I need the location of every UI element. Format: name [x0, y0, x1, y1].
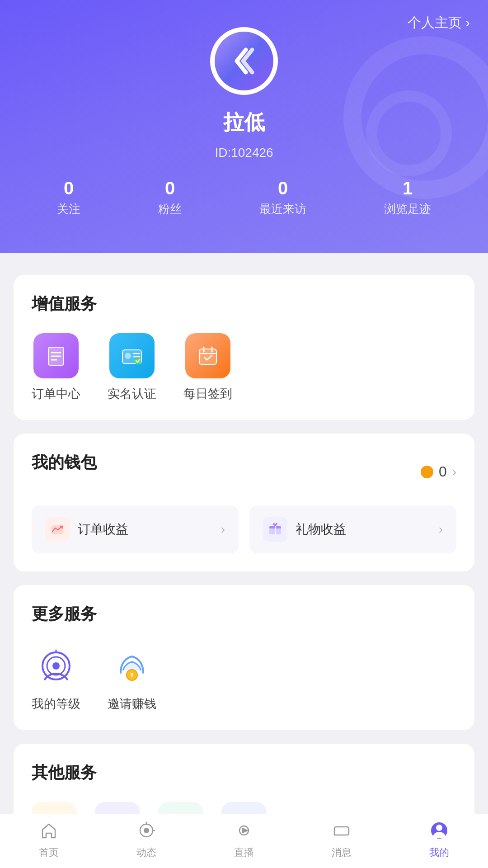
daily-checkin-icon [185, 333, 230, 378]
svg-point-19 [52, 662, 60, 670]
service-order-center[interactable]: 订单中心 [32, 333, 80, 402]
home-nav-icon [37, 819, 61, 842]
nav-dynamic[interactable]: 动态 [135, 819, 158, 859]
messages-nav-icon [330, 819, 353, 842]
avatar[interactable] [210, 27, 278, 95]
wallet-title: 我的钱包 [32, 452, 97, 474]
live-nav-icon [232, 819, 256, 842]
profile-header: 个人主页 › 拉低 ID:102426 0 关注 0 粉丝 0 最近来访 1 浏… [0, 0, 488, 253]
more-services-card: 更多服务 我的等级 ¥ [14, 585, 474, 730]
nav-home[interactable]: 首页 [37, 819, 61, 859]
other-services-title: 其他服务 [32, 762, 456, 784]
svg-rect-9 [199, 349, 216, 364]
gift-income-button[interactable]: 礼物收益 › [249, 505, 456, 553]
user-id: ID:102426 [0, 146, 488, 160]
order-income-arrow-icon: › [221, 522, 225, 537]
stat-fans[interactable]: 0 粉丝 [158, 178, 182, 217]
value-added-card: 增值服务 订单中心 [14, 275, 474, 420]
svg-point-37 [436, 825, 442, 831]
stat-follow[interactable]: 0 关注 [57, 178, 80, 217]
wallet-card: 我的钱包 0 › 订单收益 › [14, 434, 474, 571]
stat-footprint[interactable]: 1 浏览足迹 [384, 178, 431, 217]
service-my-level[interactable]: 我的等级 [32, 643, 80, 712]
svg-marker-35 [243, 828, 248, 833]
gift-income-icon [263, 517, 287, 542]
service-daily-checkin[interactable]: 每日签到 [183, 333, 232, 402]
username: 拉低 [0, 108, 488, 137]
service-invite-earn[interactable]: ¥ 邀请赚钱 [108, 643, 156, 712]
more-services-title: 更多服务 [32, 603, 456, 625]
svg-point-5 [125, 353, 131, 359]
coin-icon [421, 466, 433, 478]
nav-mine[interactable]: 我的 [427, 819, 451, 859]
service-real-name[interactable]: 实名认证 [108, 333, 156, 402]
nav-live[interactable]: 直播 [232, 819, 256, 859]
svg-point-33 [144, 828, 149, 833]
dynamic-nav-icon [135, 819, 158, 842]
svg-text:¥: ¥ [130, 671, 134, 679]
nav-messages[interactable]: 消息 [330, 819, 353, 859]
value-added-title: 增值服务 [32, 293, 456, 315]
wallet-chevron-icon: › [452, 465, 456, 479]
stat-visitors[interactable]: 0 最近来访 [259, 178, 306, 217]
more-services-grid: 我的等级 ¥ 邀请赚钱 [32, 643, 456, 712]
real-name-icon [109, 333, 155, 378]
order-center-icon [33, 333, 79, 378]
order-income-button[interactable]: 订单收益 › [32, 505, 239, 553]
my-level-icon [33, 643, 79, 689]
stats-row: 0 关注 0 粉丝 0 最近来访 1 浏览足迹 [0, 178, 488, 217]
personal-home-link[interactable]: 个人主页 › [408, 14, 470, 32]
mine-nav-icon [427, 819, 451, 842]
services-grid: 订单中心 实名认证 [32, 333, 456, 402]
gift-income-arrow-icon: › [439, 522, 443, 537]
wallet-buttons: 订单收益 › 礼物收益 › [32, 505, 456, 553]
bottom-nav: 首页 动态 直播 消息 [0, 814, 488, 868]
wallet-header: 我的钱包 0 › [32, 452, 456, 492]
invite-earn-icon: ¥ [109, 643, 155, 689]
order-income-icon [45, 517, 70, 542]
wallet-balance[interactable]: 0 › [421, 463, 456, 480]
